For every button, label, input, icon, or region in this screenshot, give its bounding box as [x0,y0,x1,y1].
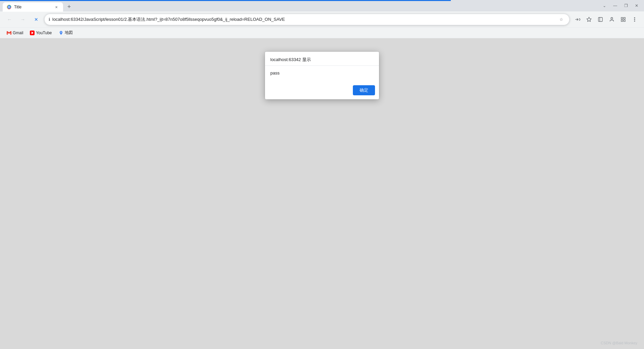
svg-point-16 [634,20,635,21]
tab-list-button[interactable]: ⌄ [600,1,609,10]
dialog-footer: 确定 [265,83,379,99]
bookmark-gmail[interactable]: Gmail [4,30,26,36]
bookmark-page-button[interactable]: ☆ [557,15,565,23]
active-tab[interactable]: Title ✕ [3,2,63,12]
svg-rect-10 [621,17,623,19]
dialog-message: pass [270,70,279,76]
refresh-stop-button[interactable]: ✕ [31,14,42,25]
new-tab-button[interactable]: + [64,2,74,11]
youtube-label: YouTube [36,31,52,35]
tab-strip: Title ✕ + [3,0,600,11]
minimize-button[interactable]: — [610,1,620,10]
share-button[interactable] [572,14,583,25]
alert-dialog: localhost:63342 显示 pass 确定 [265,52,379,99]
security-icon: ℹ [49,17,50,22]
maps-icon [59,31,63,35]
sidebar-button[interactable] [595,14,606,25]
menu-button[interactable] [629,14,640,25]
address-bar[interactable]: ℹ localhost:63342/JavaScript/lesson01/2.… [44,14,570,25]
bookmarks-bar: Gmail YouTube 地図 [0,28,644,38]
dialog-ok-button[interactable]: 确定 [353,85,375,95]
bookmark-youtube[interactable]: YouTube [27,30,54,36]
browser-window: Title ✕ + ⌄ — ❐ ✕ ← → ✕ ℹ localhost:6334… [0,0,644,349]
svg-rect-7 [598,17,602,21]
bookmark-star-button[interactable] [584,14,594,25]
youtube-icon [30,31,35,35]
nav-bar: ← → ✕ ℹ localhost:63342/JavaScript/lesso… [0,11,644,28]
loading-bar [0,0,451,1]
dialog-backdrop: localhost:63342 显示 pass 确定 [0,38,644,349]
dialog-header: localhost:63342 显示 [265,52,379,66]
tab-close-button[interactable]: ✕ [54,4,59,10]
gmail-label: Gmail [13,31,23,35]
title-bar: Title ✕ + ⌄ — ❐ ✕ [0,0,644,11]
svg-rect-13 [621,20,623,21]
tab-title: Title [14,5,51,9]
maximize-button[interactable]: ❐ [621,1,631,10]
svg-rect-11 [624,17,625,19]
forward-button[interactable]: → [17,14,28,25]
dialog-body: pass [265,66,379,83]
extensions-button[interactable] [618,14,629,25]
svg-point-14 [634,17,635,18]
maps-label: 地図 [65,30,73,36]
profile-button[interactable] [606,14,617,25]
page-content: localhost:63342 显示 pass 确定 CSDN @Bald Mo… [0,38,644,349]
svg-point-15 [634,19,635,20]
close-button[interactable]: ✕ [632,1,641,10]
bookmark-maps[interactable]: 地図 [56,29,75,36]
tab-favicon [7,5,11,9]
toolbar-right [572,14,640,25]
window-controls: ⌄ — ❐ ✕ [600,1,641,10]
gmail-icon [7,31,11,35]
svg-marker-6 [587,17,591,21]
watermark: CSDN @Bald Monkey [601,341,637,345]
svg-rect-12 [624,20,625,21]
svg-point-2 [8,6,9,7]
dialog-origin: localhost:63342 显示 [270,57,311,62]
svg-point-9 [611,17,612,19]
back-button[interactable]: ← [4,14,15,25]
url-text[interactable]: localhost:63342/JavaScript/lesson01/2.基本… [52,16,555,22]
